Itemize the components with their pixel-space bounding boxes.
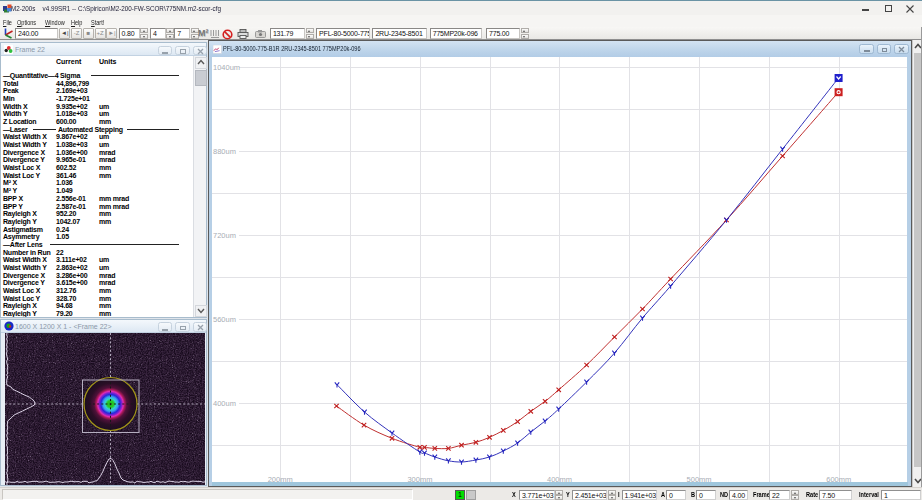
svg-text:1040um: 1040um [213,63,240,72]
svg-text:560um: 560um [213,315,236,324]
svg-text:400um: 400um [213,399,236,408]
svg-text:880um: 880um [213,147,236,156]
svg-text:720um: 720um [213,231,236,240]
